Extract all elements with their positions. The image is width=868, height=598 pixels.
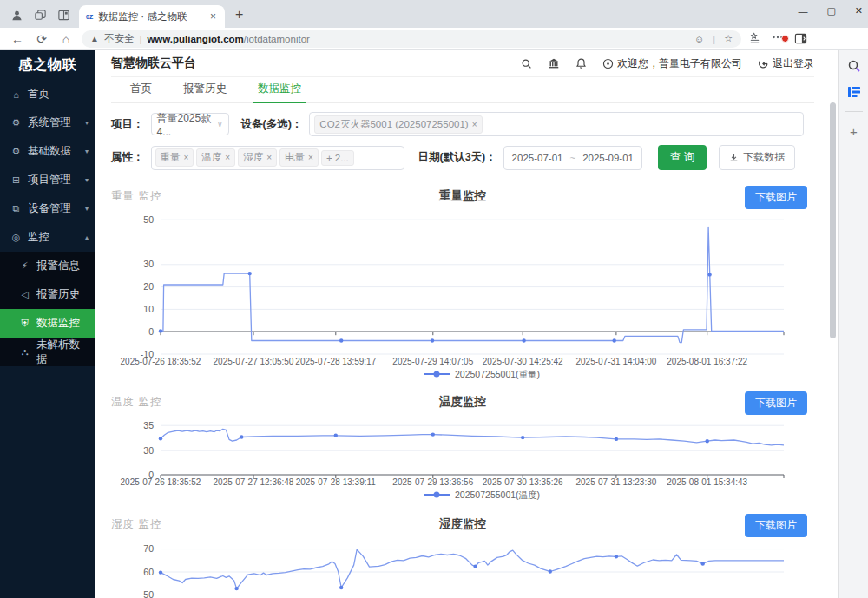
browser-tab[interactable]: 0Z 数据监控 · 感之物联 × [79,5,225,28]
date-range-picker[interactable]: 2025-07-01 ~ 2025-09-01 [503,146,642,170]
bookmark-star-icon[interactable]: ☆ [724,33,733,44]
download-icon [729,153,739,162]
address-bar[interactable]: ▲ 不安全 | www.puliangiot.com/iotdatamonito… [82,30,741,48]
sidebar-item-label: 数据监控 [36,316,80,331]
sidebar-item-monitor[interactable]: ◎ 监控 ▴ [0,223,95,252]
site-favicon-icon: 0Z [86,14,93,20]
humidity-line-chart[interactable]: 706050 [111,536,816,598]
sidebar-item-label: 设备管理 [28,201,71,216]
tab-alarm-history[interactable]: 报警历史 [171,76,239,103]
remove-tag-icon[interactable]: × [266,153,272,162]
sidebar-item-label: 报警历史 [36,287,80,302]
url-domain: www.puliangiot.com [147,34,243,44]
chevron-up-icon: ▴ [85,233,89,241]
gear-icon: ⚙ [10,117,22,128]
temperature-line-chart[interactable]: 353002025-07-26 18:35:522025-07-27 12:36… [111,414,816,505]
reader-mode-icon[interactable]: ☺ [694,34,704,44]
remove-tag-icon[interactable]: × [225,153,230,162]
tab-title: 数据监控 · 感之物联 [98,10,203,23]
filter-panel: 项目： 普量2025款4... ∨ 设备(多选)： CO2灭火器5001 (20… [111,103,814,182]
sidebar-item-device-mgmt[interactable]: ⧉ 设备管理 ▾ [0,194,95,223]
gear-icon: ⚙ [10,146,22,157]
svg-text:70: 70 [143,543,154,554]
chart-panel-temperature: 温度 监控 温度监控 下载图片 353002025-07-26 18:35:52… [111,391,814,505]
attribute-multiselect[interactable]: 重量× 温度× 湿度× 电量× + 2... [151,146,404,170]
browser-window: 0Z 数据监控 · 感之物联 × + — ▢ ✕ ← ⟳ ⌂ ▲ 不安全 | w… [0,0,868,598]
workspaces-icon[interactable] [34,9,47,22]
svg-text:60: 60 [143,567,154,577]
sidebar-item-unparsed-data[interactable]: ⛬ 未解析数据 [0,338,95,366]
chart-title: 温度监控 [111,394,814,410]
weight-line-chart[interactable]: 503020100-102025-07-26 18:35:522025-07-2… [111,208,816,384]
back-button[interactable]: ← [9,32,26,46]
svg-text:2025-07-27 13:05:50: 2025-07-27 13:05:50 [214,357,294,366]
attr-tag-more[interactable]: + 2... [321,150,354,166]
download-data-button[interactable]: 下载数据 [719,145,795,170]
speaker-icon: ◁ [19,289,30,300]
date-start-value[interactable]: 2025-07-01 [512,153,563,163]
refresh-button[interactable]: ⟳ [33,32,50,46]
remove-tag-icon[interactable]: × [308,153,313,162]
edge-app-icon[interactable] [847,85,861,99]
edge-sidebar-toggle-icon[interactable] [794,32,807,45]
sidebar-item-project-mgmt[interactable]: ⊞ 项目管理 ▾ [0,166,95,194]
remove-tag-icon[interactable]: × [184,153,189,162]
svg-text:202507255001(重量): 202507255001(重量) [455,369,540,379]
svg-text:0: 0 [148,326,154,337]
tab-data-monitor[interactable]: 数据监控 [246,76,313,103]
sidebar-item-home[interactable]: ⌂ 首页 [0,80,95,108]
add-sidebar-app-button[interactable]: + [850,124,858,139]
browser-menu-button[interactable] [772,31,784,47]
sidebar-item-alarm-history[interactable]: ◁ 报警历史 [0,280,95,309]
home-button[interactable]: ⌂ [57,32,75,46]
search-icon[interactable] [521,58,532,69]
svg-text:2025-07-29 14:07:05: 2025-07-29 14:07:05 [392,357,473,366]
new-tab-button[interactable]: + [225,7,253,28]
sidebar-submenu-monitor: ⚡ 报警信息 ◁ 报警历史 ⛨ 数据监控 ⛬ 未解析数据 [0,252,95,366]
project-select[interactable]: 普量2025款4... ∨ [151,113,229,135]
attr-tag-label: 电量 [285,151,305,164]
sidebar-item-data-monitor[interactable]: ⛨ 数据监控 [0,309,95,338]
bing-search-icon[interactable] [847,59,861,73]
device-multiselect[interactable]: CO2灭火器5001 (202507255001) × [309,112,804,136]
download-image-button[interactable]: 下载图片 [745,186,807,209]
remove-tag-icon[interactable]: × [472,120,477,129]
window-minimize-button[interactable]: — [798,6,807,16]
welcome-text[interactable]: 欢迎您，普量电子有限公司 [602,56,742,71]
bolt-icon: ⚡ [19,260,30,272]
sidebar-item-label: 项目管理 [28,173,71,187]
chart-title: 湿度监控 [111,516,814,532]
building-icon[interactable] [548,58,560,69]
attr-tag-battery: 电量× [279,148,319,167]
svg-text:10: 10 [143,304,154,314]
split-screen-icon[interactable] [57,9,70,22]
download-image-button[interactable]: 下载图片 [745,391,807,415]
chevron-down-icon: ∨ [217,120,223,128]
sidebar-item-label: 基础数据 [28,144,71,159]
svg-text:2025-07-30 14:25:42: 2025-07-30 14:25:42 [483,357,563,366]
chart-title: 重量监控 [111,188,814,204]
profile-icon[interactable] [10,9,23,22]
sidebar-item-label: 未解析数据 [36,338,89,367]
date-end-value[interactable]: 2025-09-01 [582,153,634,163]
download-image-button[interactable]: 下载图片 [745,514,807,537]
window-maximize-button[interactable]: ▢ [826,5,835,16]
scrollbar-thumb[interactable] [830,102,836,338]
query-button[interactable]: 查 询 [658,145,707,170]
chevron-down-icon: ▾ [85,119,89,127]
edge-sidebar: + [838,50,868,598]
tab-home[interactable]: 首页 [118,76,164,103]
logout-button[interactable]: 退出登录 [758,56,814,71]
window-close-button[interactable]: ✕ [855,5,863,16]
bell-icon[interactable] [575,57,587,69]
page-scrollbar[interactable] [828,50,838,598]
svg-text:30: 30 [143,259,154,269]
sidebar-item-alarm-info[interactable]: ⚡ 报警信息 [0,252,95,280]
sidebar-item-system-mgmt[interactable]: ⚙ 系统管理 ▾ [0,108,95,137]
attr-tag-label: 重量 [161,151,181,164]
tab-close-icon[interactable]: × [208,10,218,23]
svg-text:2025-07-26 18:35:52: 2025-07-26 18:35:52 [121,477,201,487]
svg-text:2025-07-29 13:36:56: 2025-07-29 13:36:56 [392,477,473,487]
sidebar-item-base-data[interactable]: ⚙ 基础数据 ▾ [0,137,95,166]
favorites-icon[interactable] [748,32,761,45]
